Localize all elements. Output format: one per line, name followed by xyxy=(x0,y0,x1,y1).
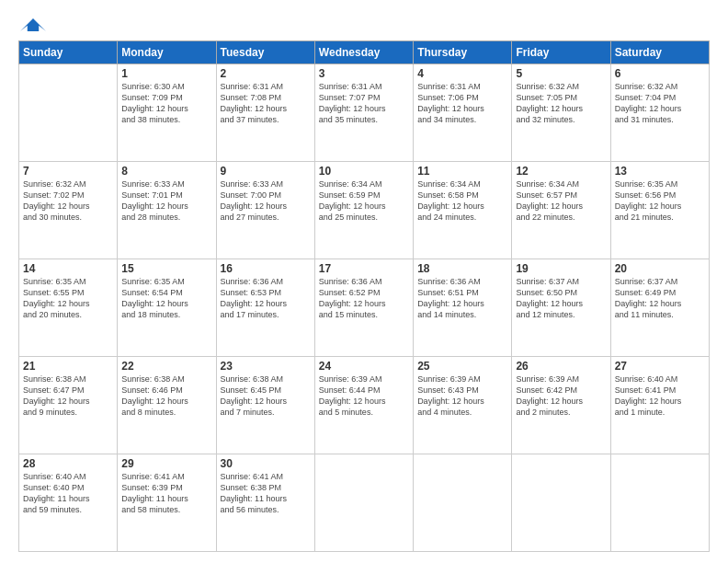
day-info: Sunrise: 6:40 AM Sunset: 6:41 PM Dayligh… xyxy=(615,373,705,419)
day-info: Sunrise: 6:31 AM Sunset: 7:06 PM Dayligh… xyxy=(417,81,507,126)
calendar-cell: 18Sunrise: 6:36 AM Sunset: 6:51 PM Dayli… xyxy=(414,259,512,357)
day-number: 25 xyxy=(417,360,507,373)
day-number: 17 xyxy=(319,262,409,275)
day-number: 30 xyxy=(221,457,311,470)
day-number: 14 xyxy=(23,262,113,275)
day-number: 15 xyxy=(121,262,211,275)
day-info: Sunrise: 6:34 AM Sunset: 6:57 PM Dayligh… xyxy=(516,178,606,224)
calendar-cell: 16Sunrise: 6:36 AM Sunset: 6:53 PM Dayli… xyxy=(216,259,314,357)
calendar-cell: 2Sunrise: 6:31 AM Sunset: 7:08 PM Daylig… xyxy=(216,64,314,162)
day-number: 28 xyxy=(23,457,113,470)
day-number: 20 xyxy=(615,262,705,275)
calendar-cell xyxy=(19,64,118,162)
calendar-cell: 24Sunrise: 6:39 AM Sunset: 6:44 PM Dayli… xyxy=(314,357,413,454)
day-info: Sunrise: 6:33 AM Sunset: 7:01 PM Dayligh… xyxy=(121,178,211,224)
day-info: Sunrise: 6:40 AM Sunset: 6:40 PM Dayligh… xyxy=(23,471,113,516)
day-number: 1 xyxy=(121,67,211,80)
calendar-cell: 22Sunrise: 6:38 AM Sunset: 6:46 PM Dayli… xyxy=(118,357,216,454)
calendar-week-row: 21Sunrise: 6:38 AM Sunset: 6:47 PM Dayli… xyxy=(19,357,710,454)
day-number: 21 xyxy=(23,360,113,373)
day-number: 3 xyxy=(319,67,409,80)
header xyxy=(18,17,710,31)
calendar-week-row: 14Sunrise: 6:35 AM Sunset: 6:55 PM Dayli… xyxy=(19,259,710,357)
day-info: Sunrise: 6:35 AM Sunset: 6:55 PM Dayligh… xyxy=(23,276,113,321)
day-header-wednesday: Wednesday xyxy=(314,41,413,64)
calendar-cell: 15Sunrise: 6:35 AM Sunset: 6:54 PM Dayli… xyxy=(118,259,216,357)
calendar-week-row: 28Sunrise: 6:40 AM Sunset: 6:40 PM Dayli… xyxy=(19,454,710,552)
day-header-saturday: Saturday xyxy=(610,41,709,64)
day-info: Sunrise: 6:33 AM Sunset: 7:00 PM Dayligh… xyxy=(221,178,311,224)
page: SundayMondayTuesdayWednesdayThursdayFrid… xyxy=(0,0,728,563)
day-number: 11 xyxy=(417,165,507,178)
day-info: Sunrise: 6:38 AM Sunset: 6:47 PM Dayligh… xyxy=(23,373,113,419)
day-info: Sunrise: 6:34 AM Sunset: 6:59 PM Dayligh… xyxy=(319,178,409,224)
calendar-cell: 29Sunrise: 6:41 AM Sunset: 6:39 PM Dayli… xyxy=(118,454,216,552)
day-number: 18 xyxy=(417,262,507,275)
calendar-table: SundayMondayTuesdayWednesdayThursdayFrid… xyxy=(18,40,710,552)
day-number: 19 xyxy=(516,262,606,275)
calendar-body: 1Sunrise: 6:30 AM Sunset: 7:09 PM Daylig… xyxy=(19,64,710,552)
calendar-cell: 23Sunrise: 6:38 AM Sunset: 6:45 PM Dayli… xyxy=(216,357,314,454)
day-number: 5 xyxy=(516,67,606,80)
day-info: Sunrise: 6:41 AM Sunset: 6:39 PM Dayligh… xyxy=(121,471,211,516)
calendar-week-row: 1Sunrise: 6:30 AM Sunset: 7:09 PM Daylig… xyxy=(19,64,710,162)
calendar-cell: 28Sunrise: 6:40 AM Sunset: 6:40 PM Dayli… xyxy=(19,454,118,552)
day-info: Sunrise: 6:32 AM Sunset: 7:02 PM Dayligh… xyxy=(23,178,113,224)
day-info: Sunrise: 6:36 AM Sunset: 6:52 PM Dayligh… xyxy=(319,276,409,321)
day-header-tuesday: Tuesday xyxy=(216,41,314,64)
calendar-cell: 20Sunrise: 6:37 AM Sunset: 6:49 PM Dayli… xyxy=(610,259,709,357)
day-number: 4 xyxy=(417,67,507,80)
calendar-cell: 27Sunrise: 6:40 AM Sunset: 6:41 PM Dayli… xyxy=(610,357,709,454)
calendar-cell: 30Sunrise: 6:41 AM Sunset: 6:38 PM Dayli… xyxy=(216,454,314,552)
day-info: Sunrise: 6:32 AM Sunset: 7:04 PM Dayligh… xyxy=(615,81,705,126)
calendar-cell xyxy=(512,454,610,552)
calendar-cell xyxy=(610,454,709,552)
calendar-cell: 10Sunrise: 6:34 AM Sunset: 6:59 PM Dayli… xyxy=(314,162,413,259)
day-number: 29 xyxy=(121,457,211,470)
calendar-week-row: 7Sunrise: 6:32 AM Sunset: 7:02 PM Daylig… xyxy=(19,162,710,259)
day-info: Sunrise: 6:39 AM Sunset: 6:42 PM Dayligh… xyxy=(516,373,606,419)
day-number: 9 xyxy=(221,165,311,178)
calendar-cell: 19Sunrise: 6:37 AM Sunset: 6:50 PM Dayli… xyxy=(512,259,610,357)
day-number: 24 xyxy=(319,360,409,373)
calendar-cell: 12Sunrise: 6:34 AM Sunset: 6:57 PM Dayli… xyxy=(512,162,610,259)
calendar-cell: 21Sunrise: 6:38 AM Sunset: 6:47 PM Dayli… xyxy=(19,357,118,454)
calendar-cell: 17Sunrise: 6:36 AM Sunset: 6:52 PM Dayli… xyxy=(314,259,413,357)
day-info: Sunrise: 6:34 AM Sunset: 6:58 PM Dayligh… xyxy=(417,178,507,224)
day-info: Sunrise: 6:31 AM Sunset: 7:08 PM Dayligh… xyxy=(221,81,311,126)
day-info: Sunrise: 6:31 AM Sunset: 7:07 PM Dayligh… xyxy=(319,81,409,126)
day-info: Sunrise: 6:37 AM Sunset: 6:50 PM Dayligh… xyxy=(516,276,606,321)
calendar-cell: 8Sunrise: 6:33 AM Sunset: 7:01 PM Daylig… xyxy=(118,162,216,259)
calendar-cell: 13Sunrise: 6:35 AM Sunset: 6:56 PM Dayli… xyxy=(610,162,709,259)
day-info: Sunrise: 6:39 AM Sunset: 6:43 PM Dayligh… xyxy=(417,373,507,419)
calendar-cell: 3Sunrise: 6:31 AM Sunset: 7:07 PM Daylig… xyxy=(314,64,413,162)
day-info: Sunrise: 6:35 AM Sunset: 6:56 PM Dayligh… xyxy=(615,178,705,224)
day-header-thursday: Thursday xyxy=(414,41,512,64)
calendar-cell: 5Sunrise: 6:32 AM Sunset: 7:05 PM Daylig… xyxy=(512,64,610,162)
calendar-cell: 26Sunrise: 6:39 AM Sunset: 6:42 PM Dayli… xyxy=(512,357,610,454)
day-number: 23 xyxy=(221,360,311,373)
calendar-cell xyxy=(314,454,413,552)
day-number: 12 xyxy=(516,165,606,178)
day-info: Sunrise: 6:39 AM Sunset: 6:44 PM Dayligh… xyxy=(319,373,409,419)
calendar-cell: 6Sunrise: 6:32 AM Sunset: 7:04 PM Daylig… xyxy=(610,64,709,162)
day-number: 6 xyxy=(615,67,705,80)
day-header-monday: Monday xyxy=(118,41,216,64)
calendar-cell: 11Sunrise: 6:34 AM Sunset: 6:58 PM Dayli… xyxy=(414,162,512,259)
day-info: Sunrise: 6:35 AM Sunset: 6:54 PM Dayligh… xyxy=(121,276,211,321)
day-number: 8 xyxy=(121,165,211,178)
day-header-friday: Friday xyxy=(512,41,610,64)
day-number: 22 xyxy=(121,360,211,373)
day-number: 26 xyxy=(516,360,606,373)
calendar-header-row: SundayMondayTuesdayWednesdayThursdayFrid… xyxy=(19,41,710,64)
logo-icon xyxy=(20,18,46,31)
calendar-cell: 7Sunrise: 6:32 AM Sunset: 7:02 PM Daylig… xyxy=(19,162,118,259)
calendar-cell: 14Sunrise: 6:35 AM Sunset: 6:55 PM Dayli… xyxy=(19,259,118,357)
day-info: Sunrise: 6:36 AM Sunset: 6:53 PM Dayligh… xyxy=(221,276,311,321)
logo xyxy=(18,17,46,31)
day-header-sunday: Sunday xyxy=(19,41,118,64)
day-number: 2 xyxy=(221,67,311,80)
day-info: Sunrise: 6:38 AM Sunset: 6:45 PM Dayligh… xyxy=(221,373,311,419)
day-info: Sunrise: 6:30 AM Sunset: 7:09 PM Dayligh… xyxy=(121,81,211,126)
calendar-cell: 9Sunrise: 6:33 AM Sunset: 7:00 PM Daylig… xyxy=(216,162,314,259)
